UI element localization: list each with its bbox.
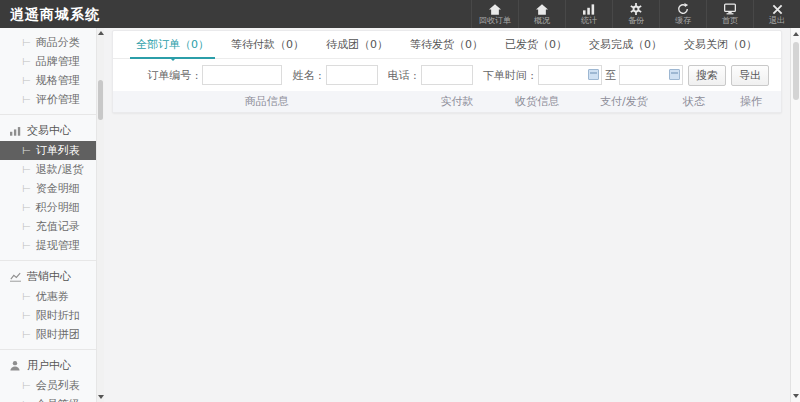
sidebar-item-flash-discount[interactable]: ⊢限时折扣 xyxy=(0,306,96,325)
tab-awaiting-shipment[interactable]: 等待发货（0） xyxy=(399,31,494,58)
tab-all-orders[interactable]: 全部订单（0） xyxy=(125,31,220,58)
orders-panel: 全部订单（0） 等待付款（0） 待成团（0） 等待发货（0） 已发货（0） 交易… xyxy=(112,30,782,113)
topnav-homepage[interactable]: 首页 xyxy=(706,0,753,28)
stats-bars-icon xyxy=(583,3,595,15)
topnav-backup[interactable]: 备份 xyxy=(612,0,659,28)
monitor-icon xyxy=(724,3,736,15)
sidebar-item-group-buy[interactable]: ⊢限时拼团 xyxy=(0,325,96,344)
topnav-label: 首页 xyxy=(722,16,738,26)
sidebar-item-goods-category[interactable]: ⊢商品分类 xyxy=(0,33,96,52)
sidebar-item-label: 商品分类 xyxy=(36,36,80,49)
sidebar-item-label: 优惠券 xyxy=(36,290,69,303)
scroll-up-icon[interactable] xyxy=(98,31,104,35)
topbar-nav: 回收订单 概况 统计 备份 xyxy=(471,0,800,28)
sidebar-item-points-detail[interactable]: ⊢积分明细 xyxy=(0,198,96,217)
sidebar-item-member-list[interactable]: ⊢会员列表 xyxy=(0,376,96,395)
table-header: 商品信息 实付款 收货信息 支付/发货 状态 操作 xyxy=(113,91,781,112)
sidebar-item-label: 限时拼团 xyxy=(36,328,80,341)
body: ⊢商品分类 ⊢品牌管理 ⊢规格管理 ⊢评价管理 交易中心 ⊢订单列表 ⊢退款/退… xyxy=(0,28,800,402)
branch-icon: ⊢ xyxy=(22,94,31,105)
phone-input[interactable] xyxy=(421,65,473,85)
sidebar-item-label: 积分明细 xyxy=(36,201,80,214)
close-icon xyxy=(772,3,783,15)
scroll-down-icon[interactable] xyxy=(98,395,104,399)
sidebar-item-recharge-records[interactable]: ⊢充值记录 xyxy=(0,217,96,236)
tab-completed[interactable]: 交易完成（0） xyxy=(578,31,673,58)
branch-icon: ⊢ xyxy=(22,183,31,194)
export-button[interactable]: 导出 xyxy=(731,65,769,86)
topnav-cache[interactable]: 缓存 xyxy=(659,0,706,28)
sidebar-item-withdraw-mgmt[interactable]: ⊢提现管理 xyxy=(0,236,96,255)
sidebar-item-label: 订单列表 xyxy=(36,144,80,157)
sidebar-item-refund[interactable]: ⊢退款/退货 xyxy=(0,160,96,179)
screen: 逍遥商城系统 回收订单 概况 统计 xyxy=(0,0,800,402)
divider xyxy=(0,260,96,261)
branch-icon: ⊢ xyxy=(22,37,31,48)
calendar-icon[interactable] xyxy=(669,69,680,80)
tab-shipped[interactable]: 已发货（0） xyxy=(494,31,578,58)
home-icon xyxy=(536,3,548,15)
name-input[interactable] xyxy=(326,65,378,85)
sidebar-item-label: 规格管理 xyxy=(36,74,80,87)
calendar-icon[interactable] xyxy=(588,69,599,80)
sidebar-section-user-center[interactable]: 用户中心 xyxy=(0,355,96,376)
topnav-label: 回收订单 xyxy=(479,16,511,26)
sidebar-item-spec-mgmt[interactable]: ⊢规格管理 xyxy=(0,71,96,90)
sidebar-section-label: 交易中心 xyxy=(27,120,71,141)
col-paid-amount: 实付款 xyxy=(420,91,493,112)
topbar: 逍遥商城系统 回收订单 概况 统计 xyxy=(0,0,800,28)
to-label: 至 xyxy=(605,68,616,83)
col-status: 状态 xyxy=(667,91,720,112)
branch-icon: ⊢ xyxy=(22,75,31,86)
branch-icon: ⊢ xyxy=(22,380,31,391)
col-payment-shipment: 支付/发货 xyxy=(581,91,668,112)
sidebar-section-trade-center[interactable]: 交易中心 xyxy=(0,120,96,141)
topnav-overview[interactable]: 概况 xyxy=(518,0,565,28)
page-scrollbar[interactable] xyxy=(790,28,800,402)
sidebar-item-label: 评价管理 xyxy=(36,93,80,106)
sidebar-item-brand-mgmt[interactable]: ⊢品牌管理 xyxy=(0,52,96,71)
scroll-down-icon[interactable] xyxy=(793,394,799,398)
tab-pending-group[interactable]: 待成团（0） xyxy=(315,31,399,58)
order-tabs: 全部订单（0） 等待付款（0） 待成团（0） 等待发货（0） 已发货（0） 交易… xyxy=(113,31,781,59)
branch-icon: ⊢ xyxy=(22,240,31,251)
time-from-field xyxy=(538,65,602,85)
sidebar-item-review-mgmt[interactable]: ⊢评价管理 xyxy=(0,90,96,109)
topnav-logout[interactable]: 退出 xyxy=(753,0,800,28)
order-no-input[interactable] xyxy=(202,65,282,85)
scrollbar-thumb[interactable] xyxy=(98,80,103,120)
scroll-up-icon[interactable] xyxy=(793,32,799,36)
branch-icon: ⊢ xyxy=(22,221,31,232)
sidebar: ⊢商品分类 ⊢品牌管理 ⊢规格管理 ⊢评价管理 交易中心 ⊢订单列表 ⊢退款/退… xyxy=(0,28,104,402)
tab-closed[interactable]: 交易关闭（0） xyxy=(673,31,768,58)
topnav-label: 缓存 xyxy=(675,16,691,26)
line-chart-icon xyxy=(9,271,21,283)
search-button[interactable]: 搜索 xyxy=(688,65,726,86)
sidebar-scrollbar[interactable] xyxy=(96,28,104,402)
divider xyxy=(0,114,96,115)
tab-awaiting-payment[interactable]: 等待付款（0） xyxy=(220,31,315,58)
branch-icon: ⊢ xyxy=(22,310,31,321)
sidebar-section-label: 用户中心 xyxy=(27,355,71,376)
sidebar-item-member-level[interactable]: ⊢会员等级 xyxy=(0,395,96,402)
name-label: 姓名 : xyxy=(292,68,321,83)
divider xyxy=(0,349,96,350)
topnav-label: 统计 xyxy=(581,16,597,26)
branch-icon: ⊢ xyxy=(22,164,31,175)
sidebar-item-order-list[interactable]: ⊢订单列表 xyxy=(0,141,96,160)
sidebar-item-label: 充值记录 xyxy=(36,220,80,233)
sidebar-item-label: 提现管理 xyxy=(36,239,80,252)
topnav-label: 备份 xyxy=(628,16,644,26)
sidebar-section-marketing-center[interactable]: 营销中心 xyxy=(0,266,96,287)
topnav-statistics[interactable]: 统计 xyxy=(565,0,612,28)
topnav-label: 概况 xyxy=(534,16,550,26)
sidebar-item-fund-detail[interactable]: ⊢资金明细 xyxy=(0,179,96,198)
topnav-recycle-orders[interactable]: 回收订单 xyxy=(471,0,518,28)
sidebar-item-coupon[interactable]: ⊢优惠券 xyxy=(0,287,96,306)
scrollbar-thumb[interactable] xyxy=(793,42,799,100)
branch-icon: ⊢ xyxy=(22,202,31,213)
col-shipping-info: 收货信息 xyxy=(494,91,581,112)
branch-icon: ⊢ xyxy=(22,329,31,340)
refresh-icon xyxy=(677,3,689,15)
order-time-label: 下单时间 : xyxy=(483,68,534,83)
